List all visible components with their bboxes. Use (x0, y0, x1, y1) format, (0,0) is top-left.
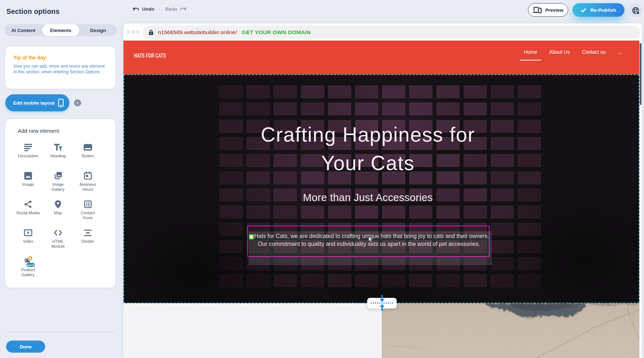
image-icon (23, 171, 33, 180)
browser-dot-2 (131, 30, 135, 34)
description-icon (23, 143, 33, 152)
video-icon (23, 228, 33, 237)
add-element-card: Add new element DescriptionHeadingButton… (5, 119, 115, 288)
topbar: Section options Undo Redo Preview Re-Pub… (0, 0, 644, 21)
undo-icon[interactable] (132, 6, 139, 12)
nav-home[interactable]: Home (523, 48, 538, 60)
element-label: Description (18, 154, 38, 159)
next-section-background[interactable] (123, 303, 382, 358)
social-media-icon (23, 200, 33, 209)
info-icon[interactable]: i (74, 99, 81, 106)
element-button[interactable]: Button (73, 143, 103, 171)
element-product-gallery[interactable]: SHOPProduct Gallery (13, 257, 43, 285)
globe-icon (632, 6, 640, 15)
mobile-phone-icon (58, 99, 64, 107)
business-hours-icon (83, 171, 93, 180)
page-title: Section options (6, 7, 59, 16)
element-label: Button (82, 154, 94, 159)
element-label: Business Hours (80, 182, 96, 192)
done-button[interactable]: Done (6, 341, 45, 353)
element-heading[interactable]: Heading (43, 143, 73, 171)
hero-heading-line: Your Cats (226, 149, 510, 177)
site-header[interactable]: HATS FOR CATS HomeAbout UsContact us... (123, 41, 639, 74)
get-domain-link[interactable]: GET YOUR OWN DOMAIN (242, 29, 311, 36)
hero-shading (123, 74, 639, 303)
contact-form-icon (83, 200, 93, 209)
section-resize-handle[interactable] (367, 298, 397, 309)
hero-subheading[interactable]: More than Just Accessories (226, 192, 510, 204)
hero-section-selected[interactable]: Crafting Happiness forYour Cats More tha… (123, 74, 639, 303)
button-icon (83, 143, 93, 152)
browser-dot-1 (127, 30, 130, 34)
tab-elements[interactable]: Elements (42, 24, 79, 36)
preview-label: Preview (545, 7, 563, 13)
arrow-up-icon (379, 303, 385, 311)
republish-label: Re-Publish (590, 7, 616, 13)
redo-icon[interactable] (180, 6, 187, 12)
site-logo[interactable]: HATS FOR CATS (134, 52, 166, 59)
element-label: Image (22, 182, 34, 187)
tip-body: Now you can add, move and resize any ele… (14, 64, 109, 75)
language-globe-button[interactable] (629, 4, 642, 17)
element-description[interactable]: Description (13, 143, 43, 171)
sidebar-divider (5, 332, 115, 332)
preview-button[interactable]: Preview (528, 3, 568, 17)
heading-icon (53, 143, 63, 152)
browser-chrome: n1566589.websitebuilder.online/ GET YOUR… (123, 23, 642, 41)
site-url[interactable]: n1566589.websitebuilder.online/ (158, 29, 237, 36)
element-divider[interactable]: Divider (73, 228, 103, 257)
product-gallery-icon: SHOP (23, 257, 33, 266)
republish-button[interactable]: Re-Publish (572, 3, 624, 17)
site-scrollbar-thumb[interactable] (640, 43, 642, 105)
check-icon (581, 8, 586, 12)
tab-design[interactable]: Design (79, 24, 117, 36)
svg-text:SHOP: SHOP (27, 264, 34, 267)
site-scrollbar-track (639, 41, 642, 358)
tip-card: Tip of the day: Now you can add, move an… (5, 47, 115, 89)
browser-dot-3 (136, 30, 139, 34)
nav-about-us[interactable]: About Us (549, 48, 571, 60)
element-html-module[interactable]: HTML Module (43, 228, 73, 257)
pavement-photo[interactable] (382, 303, 639, 358)
tip-title: Tip of the day: (14, 55, 107, 60)
undo-button[interactable]: Undo (142, 6, 154, 12)
element-label: Heading (51, 154, 66, 159)
element-business-hours[interactable]: Business Hours (73, 171, 103, 200)
element-label: Social Media (16, 211, 40, 216)
divider-icon (83, 228, 93, 237)
devices-icon (533, 6, 542, 14)
element-contact-form[interactable]: Contact Form (73, 200, 103, 228)
sidebar-tabs: AI ContentElementsDesign (5, 24, 117, 36)
element-checkbox[interactable] (249, 234, 254, 239)
hero-heading-line: Crafting Happiness for (226, 120, 510, 149)
edit-mobile-label: Edit mobile layout (13, 100, 54, 106)
element-label: Video (23, 239, 33, 244)
nav-contact-us[interactable]: Contact us (581, 48, 606, 60)
element-image[interactable]: Image (13, 171, 43, 200)
element-label: Image Gallery (52, 182, 64, 192)
edit-mobile-layout-button[interactable]: Edit mobile layout (5, 94, 69, 111)
element-video[interactable]: Video (13, 228, 43, 257)
shop-badge: SHOP (26, 263, 35, 267)
html-module-icon (53, 228, 63, 237)
element-social-media[interactable]: Social Media (13, 200, 43, 228)
hero-heading[interactable]: Crafting Happiness forYour Cats (226, 120, 510, 177)
tab-ai-content[interactable]: AI Content (5, 24, 42, 36)
element-label: Divider (81, 239, 94, 244)
map-icon (53, 200, 63, 209)
url-bar: n1566589.websitebuilder.online/ GET YOUR… (143, 26, 640, 39)
arrow-down-icon (379, 295, 385, 303)
lock-icon (149, 30, 153, 35)
element-label: HTML Module (51, 239, 65, 249)
element-label: Contact Form (81, 211, 95, 220)
mouse-cursor (368, 236, 373, 243)
element-image-gallery[interactable]: Image Gallery (43, 171, 73, 200)
browser-preview: n1566589.websitebuilder.online/ GET YOUR… (123, 23, 642, 358)
add-element-title: Add new element (18, 128, 59, 134)
element-map[interactable]: Map (43, 200, 73, 228)
image-gallery-icon (53, 171, 63, 180)
redo-button[interactable]: Redo (165, 6, 178, 12)
sidebar: AI ContentElementsDesign Tip of the day:… (0, 21, 123, 358)
element-label: Product Gallery (21, 268, 35, 277)
nav--[interactable]: ... (617, 48, 623, 60)
